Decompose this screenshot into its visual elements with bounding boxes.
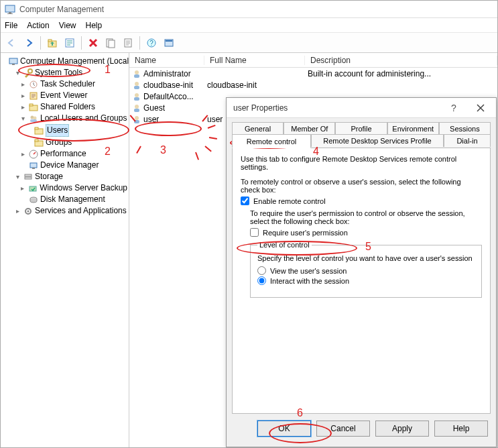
tab-rds-profile[interactable]: Remote Desktop Services Profile — [311, 134, 444, 147]
cell-name: Guest — [143, 103, 165, 113]
tree-label: Performance — [40, 148, 86, 160]
users-icon — [28, 113, 38, 123]
apply-button[interactable]: Apply — [375, 421, 429, 437]
radio-view-input[interactable] — [257, 266, 266, 275]
event-icon — [28, 91, 38, 101]
enable-remote-control-input[interactable] — [241, 197, 249, 205]
up-button[interactable] — [44, 35, 60, 51]
list-header: Name Full Name Description — [129, 53, 497, 68]
options-button[interactable] — [161, 35, 177, 51]
cancel-button[interactable]: Cancel — [316, 421, 370, 437]
expand-icon[interactable]: ▸ — [19, 148, 26, 160]
expand-icon[interactable]: ▸ — [19, 182, 26, 194]
expand-icon[interactable]: ▾ — [14, 67, 21, 78]
refresh-button[interactable] — [103, 35, 119, 51]
toolbar: ? — [1, 33, 497, 53]
backup-icon — [28, 183, 38, 193]
forward-button[interactable] — [21, 35, 37, 51]
properties-button[interactable] — [62, 35, 78, 51]
tree-services-applications[interactable]: ▸Services and Applications — [13, 205, 129, 217]
tree-performance[interactable]: ▸Performance — [18, 148, 129, 160]
tree-groups[interactable]: Groups — [23, 137, 129, 148]
tab-remote-control[interactable]: Remote control — [232, 134, 311, 148]
tree-task-scheduler[interactable]: ▸Task Scheduler — [18, 78, 129, 90]
back-button — [3, 35, 19, 51]
tree-storage[interactable]: ▾Storage — [13, 171, 129, 182]
svg-rect-40 — [134, 74, 139, 78]
tree-label: Windows Server Backup — [40, 182, 127, 194]
svg-rect-10 — [109, 40, 115, 48]
tree-label: Services and Applications — [35, 205, 127, 217]
tree-root[interactable]: Computer Management (Local — [7, 56, 129, 67]
menubar: File Action View Help — [1, 18, 497, 33]
expand-icon[interactable]: ▸ — [14, 205, 21, 217]
svg-rect-32 — [32, 168, 35, 169]
dialog-title: user Properties — [233, 103, 288, 113]
svg-rect-22 — [29, 104, 33, 106]
expand-icon[interactable]: ▸ — [19, 101, 26, 113]
user-icon — [132, 103, 141, 113]
radio-interact-session[interactable]: Interact with the session — [257, 276, 475, 285]
toolbar-separator — [40, 36, 41, 50]
ok-button[interactable]: OK — [257, 421, 311, 437]
svg-rect-31 — [30, 163, 37, 168]
tab-general[interactable]: General — [232, 122, 284, 135]
svg-rect-2 — [7, 13, 13, 14]
require-permission-input[interactable] — [250, 228, 259, 237]
tab-environment[interactable]: Environment — [387, 122, 439, 135]
tools-icon — [23, 68, 33, 78]
tree-disk-management[interactable]: Disk Management — [18, 194, 129, 205]
expand-icon[interactable]: ▾ — [14, 171, 21, 182]
menu-help[interactable]: Help — [86, 21, 103, 30]
tab-dial-in[interactable]: Dial-in — [444, 134, 491, 147]
computer-icon — [9, 56, 18, 66]
tree-label: System Tools — [35, 67, 82, 78]
col-header-name[interactable]: Name — [129, 56, 204, 65]
enable-remote-control-checkbox[interactable]: Enable remote control — [241, 197, 482, 205]
radio-view-session[interactable]: View the user's session — [257, 266, 475, 275]
tree-panel: Computer Management (Local ▾System Tools… — [1, 53, 129, 447]
radio-interact-input[interactable] — [257, 276, 266, 285]
tree-system-tools[interactable]: ▾System Tools — [13, 67, 129, 78]
help-button[interactable]: ? — [143, 35, 160, 51]
menu-action[interactable]: Action — [27, 21, 49, 30]
radio-label: View the user's session — [270, 267, 347, 275]
tab-page-remote-control: Use this tab to configure Remote Desktop… — [232, 148, 491, 414]
dialog-titlebar: user Properties ? — [227, 98, 496, 118]
cell-name: DefaultAcco... — [143, 92, 194, 101]
delete-button[interactable] — [85, 35, 101, 51]
tab-sessions[interactable]: Sessions — [439, 122, 491, 135]
tree-local-users-groups[interactable]: ▾Local Users and Groups — [18, 113, 129, 124]
cell-fullname: cloudbase-init — [204, 80, 305, 90]
svg-rect-46 — [134, 109, 139, 112]
expand-icon[interactable]: ▸ — [19, 78, 26, 90]
tree-label: Local Users and Groups — [40, 113, 127, 124]
export-button[interactable] — [120, 35, 136, 51]
toolbar-separator — [81, 36, 82, 50]
checkbox-label: Enable remote control — [253, 197, 326, 205]
list-row-user[interactable]: cloudbase-initcloudbase-init — [129, 79, 497, 91]
tree-label: Task Scheduler — [40, 78, 95, 90]
titlebar: Computer Management — [1, 1, 497, 18]
help-button[interactable]: Help — [434, 421, 488, 437]
tree-event-viewer[interactable]: ▸Event Viewer — [18, 90, 129, 101]
close-icon[interactable] — [469, 100, 492, 116]
help-icon[interactable]: ? — [442, 100, 465, 116]
expand-icon[interactable]: ▸ — [19, 90, 26, 101]
tree-device-manager[interactable]: Device Manager — [18, 160, 129, 171]
tab-member-of[interactable]: Member Of — [284, 122, 335, 135]
computer-management-window: Computer Management File Action View Hel… — [0, 0, 498, 448]
require-permission-checkbox[interactable]: Require user's permission — [250, 228, 482, 237]
cell-name: user — [143, 115, 159, 124]
menu-file[interactable]: File — [5, 21, 17, 30]
svg-rect-7 — [67, 42, 72, 44]
list-row-user[interactable]: AdministratorBuilt-in account for admini… — [129, 68, 497, 79]
menu-view[interactable]: View — [59, 21, 76, 30]
tree-users[interactable]: Users — [23, 124, 129, 137]
col-header-fullname[interactable]: Full Name — [204, 56, 305, 65]
col-header-description[interactable]: Description — [305, 56, 497, 65]
tree-windows-server-backup[interactable]: ▸Windows Server Backup — [18, 182, 129, 194]
expand-icon[interactable]: ▾ — [19, 113, 26, 124]
tree-shared-folders[interactable]: ▸Shared Folders — [18, 101, 129, 113]
tab-profile[interactable]: Profile — [335, 122, 387, 135]
